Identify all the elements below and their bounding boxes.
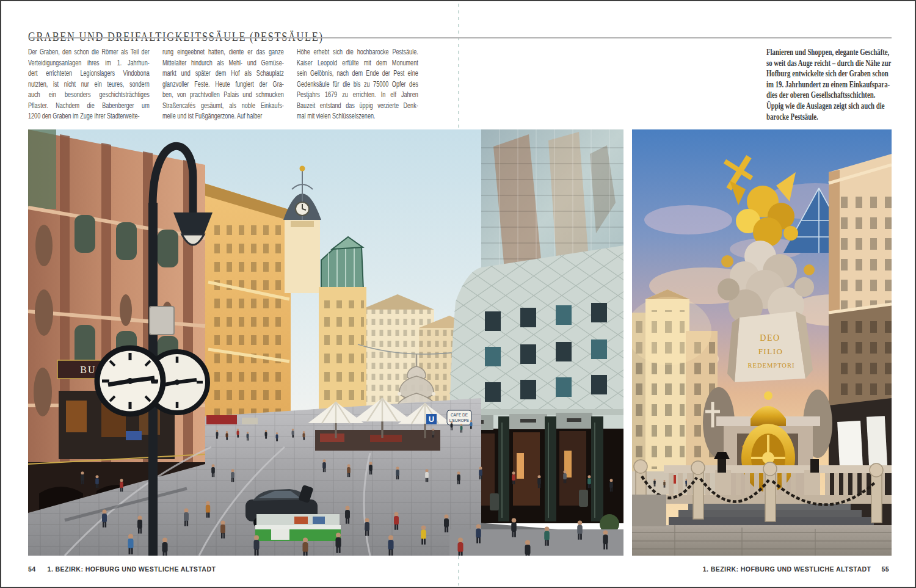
text-line: mal mit vielen Schlüsselszenen. bbox=[297, 111, 418, 122]
text-line: dies der oberen Gesellschaftsschichten. bbox=[766, 90, 892, 101]
text-line: Kaiser Leopold erfüllte mit dem Monument bbox=[297, 58, 418, 69]
inscription-line2: FILIO bbox=[758, 347, 783, 356]
cafe-sign-line1: CAFE DE bbox=[451, 413, 468, 417]
ubahn-sign: U bbox=[426, 414, 437, 424]
intro-column-3: Höhe erhebt sich die hochbarocke Pestsäu… bbox=[297, 47, 465, 126]
footer-section-right: 1. BEZIRK: HOFBURG UND WESTLICHE ALTSTAD… bbox=[703, 565, 871, 573]
page-fold-dashes-bottom bbox=[458, 556, 459, 586]
text-line: Flanieren und Shoppen, elegante Geschäft… bbox=[766, 47, 892, 58]
photo-pestsaeule: DEO FILIO REDEMPTORI bbox=[632, 129, 892, 556]
text-line: auch ein besonders geschichtsträchtiges bbox=[28, 90, 150, 101]
title-rule bbox=[28, 37, 892, 38]
text-line: glanzvoller Feste. Heute fungiert der Gr… bbox=[162, 79, 284, 90]
inscription-banner: DEO FILIO REDEMPTORI bbox=[727, 311, 813, 382]
pestsaeule-illustration: DEO FILIO REDEMPTORI bbox=[632, 129, 892, 556]
page-number-left: 54 bbox=[28, 565, 36, 573]
footer-right: 1. BEZIRK: HOFBURG UND WESTLICHE ALTSTAD… bbox=[703, 565, 889, 575]
text-line: dert errichteten Legionslagers Vindobona bbox=[28, 68, 150, 79]
text-line: rung eingeebnet hatten, diente er das ga… bbox=[162, 47, 284, 58]
photo-graben-street: BUCHERER bbox=[28, 129, 623, 556]
text-line: Pestjahrs 1679 zu errichten. In elf Jahr… bbox=[297, 90, 418, 101]
text-line: nutzten, ist nicht nur ein teures, sonde… bbox=[28, 79, 150, 90]
text-line: so weit das Auge reicht – durch die Nähe… bbox=[766, 58, 892, 69]
text-line: Höhe erhebt sich die hochbarocke Pestsäu… bbox=[297, 47, 418, 58]
book-spread: GRABEN UND DREIFALTIGKEITSSÄULE (PESTSÄU… bbox=[0, 0, 916, 588]
double-clock bbox=[97, 348, 208, 414]
text-line: meile und ist Fußgängerzone. Auf halber bbox=[162, 111, 284, 122]
page-number-right: 55 bbox=[881, 565, 889, 573]
text-line: markt und später dem Hof als Schauplatz bbox=[162, 68, 284, 79]
text-line: sein Gelöbnis, nach dem Ende der Pest ei… bbox=[297, 68, 418, 79]
text-line: im 19. Jahrhundert zu einem Einkaufspara… bbox=[766, 79, 892, 90]
text-line: Mittelalter hindurch als Mehl- und Gemüs… bbox=[162, 58, 284, 69]
text-line: Der Graben, den schon die Römer als Teil… bbox=[28, 47, 150, 58]
text-line: Pflaster. Nachdem die Babenberger um bbox=[28, 101, 150, 112]
margin-caption: Flanieren und Shoppen, elegante Geschäft… bbox=[766, 47, 916, 132]
text-line: Hofburg entwickelte sich der Graben scho… bbox=[766, 68, 892, 79]
text-line: Bauzeit entstand das üppig verzierte Den… bbox=[297, 101, 418, 112]
text-line: Verteidigungsanlagen ihres im 1. Jahrhun… bbox=[28, 58, 150, 69]
text-line: Gedenksäule für die bis zu 75000 Opfer d… bbox=[297, 79, 418, 90]
graben-street-illustration: BUCHERER bbox=[28, 129, 623, 556]
inscription-line1: DEO bbox=[760, 333, 780, 343]
inscription-line3: REDEMPTORI bbox=[748, 362, 795, 369]
footer-section-left: 1. BEZIRK: HOFBURG UND WESTLICHE ALTSTAD… bbox=[48, 565, 216, 573]
ubahn-sign-letter: U bbox=[429, 415, 434, 424]
text-line: 1200 den Graben im Zuge ihrer Stadterwei… bbox=[28, 111, 150, 122]
text-line: ben, von prachtvollen Palais und schmuck… bbox=[162, 90, 284, 101]
footer-left: 541. BEZIRK: HOFBURG UND WESTLICHE ALTST… bbox=[28, 565, 216, 575]
text-line: barocke Pestsäule. bbox=[766, 112, 892, 123]
text-line: Üppig wie die Auslagen zeigt sich auch d… bbox=[766, 101, 892, 112]
text-line: Straßencafés gesäumt, als noble Einkaufs… bbox=[162, 101, 284, 112]
